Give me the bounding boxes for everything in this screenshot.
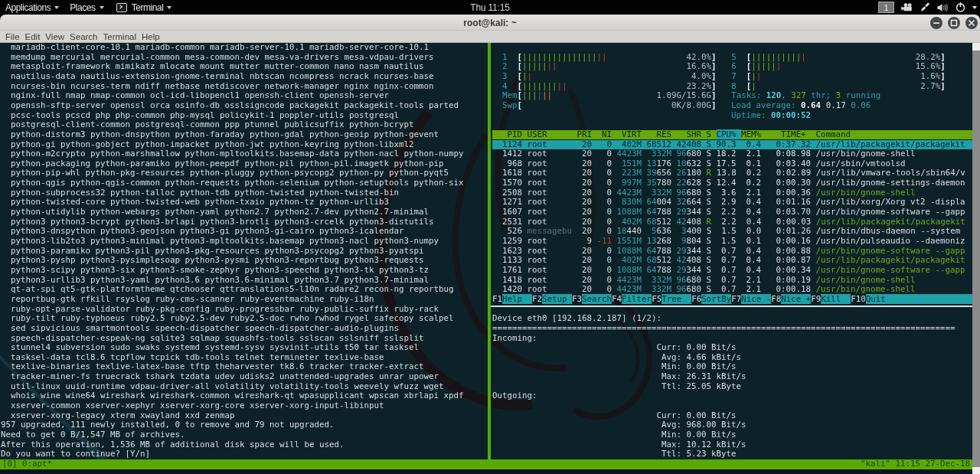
workspace-indicator[interactable]: 1 (878, 2, 894, 13)
panel-menus: Applications Places Terminal (0, 0, 177, 15)
places-menu-label: Places (70, 2, 95, 13)
terminal-menu-search[interactable]: Search (67, 32, 100, 41)
terminal-menu-file[interactable]: File (3, 32, 23, 41)
terminal-menu-terminal[interactable]: Terminal (100, 32, 139, 41)
chevron-down-icon (100, 6, 104, 9)
panel-menu-applications[interactable]: Applications (0, 0, 64, 15)
close-button[interactable] (965, 17, 978, 29)
tmux-status-bar: [0] 0:apt* "kali" 11:15 27-Dec-18 (0, 459, 980, 469)
volume-icon (937, 3, 949, 12)
terminal-bottom-padding (0, 469, 980, 474)
chevron-down-icon (54, 6, 59, 9)
screen-recorder-icon (901, 3, 913, 11)
scrollbar-slider[interactable] (972, 51, 980, 467)
top-panel: Applications Places Terminal Thu 11:15 1 (0, 0, 980, 15)
minimize-button[interactable] (930, 17, 942, 29)
terminal-line: Do you want to continue? [Y/n] (1, 449, 150, 459)
terminal-line: Ttl: 5.23 kByte (492, 449, 737, 459)
terminal-line: Uptime: 00:00:52 (492, 111, 811, 121)
scrollbar[interactable] (972, 43, 980, 474)
terminal-app-icon (116, 3, 127, 12)
window-title: root@kali: ~ (0, 15, 980, 31)
panel-menu-terminal[interactable]: Terminal (111, 0, 178, 15)
terminal-menubar: FileEditViewSearchTerminalHelp (0, 31, 980, 43)
panel-status-area[interactable]: 1 (878, 0, 977, 15)
terminal-line: ========================================… (492, 324, 956, 334)
terminal-menu-help[interactable]: Help (139, 32, 162, 41)
stylus-icon (920, 2, 930, 12)
panel-menu-places[interactable]: Places (64, 0, 109, 15)
tmux-session-window: [0] 0:apt* (2, 459, 52, 469)
tmux-host-datetime: "kali" 11:15 27-Dec-18 (861, 459, 970, 469)
terminal-menu-edit[interactable]: Edit (22, 32, 43, 41)
terminal-screen[interactable]: mariadb-client-core-10.1 mariadb-common … (0, 43, 980, 474)
power-icon (956, 2, 965, 12)
terminal-line: Outgoing: (492, 391, 537, 401)
terminal-menu-label: Terminal (132, 2, 164, 13)
window-titlebar[interactable]: root@kali: ~ (0, 15, 980, 31)
applications-menu-label: Applications (5, 2, 51, 13)
terminal-menu-view[interactable]: View (43, 32, 67, 41)
caret-down-icon (972, 6, 977, 9)
chevron-down-icon (167, 6, 172, 9)
maximize-button[interactable] (948, 17, 960, 29)
terminal-line: F1Help F2Setup F3SearchF4FilterF5Tree F6… (492, 295, 975, 305)
